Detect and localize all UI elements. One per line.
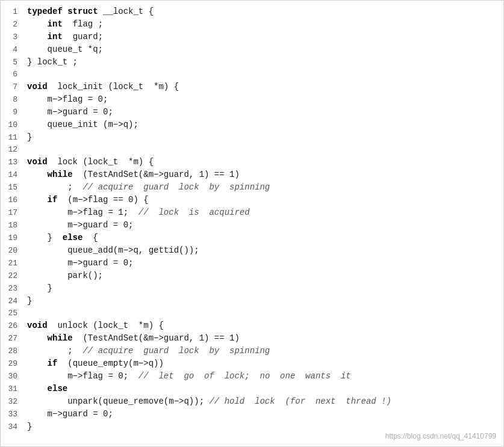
watermark: https://blog.csdn.net/qq_41410799 bbox=[385, 432, 496, 440]
line-content: if (m−>flag == 0) { bbox=[25, 194, 503, 206]
line-content: } bbox=[25, 295, 503, 307]
line-number: 34 bbox=[1, 421, 25, 433]
line-content: typedef struct __lock_t { bbox=[25, 5, 503, 17]
line-number: 3 bbox=[1, 31, 25, 43]
code-line: 18 m−>guard = 0; bbox=[1, 219, 503, 232]
line-content: unpark(queue_remove(m−>q)); // hold lock… bbox=[25, 395, 503, 407]
line-content: void lock_init (lock_t *m) { bbox=[25, 81, 503, 93]
code-line: 21 m−>guard = 0; bbox=[1, 257, 503, 270]
code-line: 13 void lock (lock_t *m) { bbox=[1, 156, 503, 168]
code-line: 17 m−>flag = 1; // lock is acquired bbox=[1, 206, 503, 219]
line-content: } else { bbox=[25, 232, 503, 244]
code-line: 33 m−>guard = 0; bbox=[1, 408, 503, 421]
line-number: 11 bbox=[1, 132, 25, 144]
line-number: 31 bbox=[1, 383, 25, 395]
line-number: 25 bbox=[1, 307, 25, 319]
line-content: while (TestAndSet(&m−>guard, 1) == 1) bbox=[25, 168, 503, 180]
line-number: 9 bbox=[1, 106, 25, 119]
code-line: 15 ; // acquire guard lock by spinning bbox=[1, 181, 503, 194]
code-line: 1 typedef struct __lock_t { bbox=[1, 5, 503, 18]
line-content: m−>guard = 0; bbox=[25, 219, 503, 231]
line-number: 29 bbox=[1, 358, 25, 370]
code-line: 10 queue_init (m−>q); bbox=[1, 119, 503, 131]
code-line: 26 void unlock (lock_t *m) { bbox=[1, 319, 503, 332]
line-number: 24 bbox=[1, 295, 25, 307]
line-content: else bbox=[25, 383, 503, 395]
line-number: 33 bbox=[1, 408, 25, 421]
line-number: 12 bbox=[1, 144, 25, 156]
line-content: } bbox=[25, 421, 503, 433]
code-line: 19 } else { bbox=[1, 232, 503, 244]
code-line: 2 int flag ; bbox=[1, 18, 503, 31]
code-line: 3 int guard; bbox=[1, 31, 503, 43]
code-line: 11 } bbox=[1, 131, 503, 144]
code-line: 34 } bbox=[1, 421, 503, 433]
line-number: 32 bbox=[1, 396, 25, 408]
code-line: 4 queue_t *q; bbox=[1, 43, 503, 56]
line-content: queue_init (m−>q); bbox=[25, 119, 503, 131]
line-content: void unlock (lock_t *m) { bbox=[25, 319, 503, 331]
code-line: 8 m−>flag = 0; bbox=[1, 93, 503, 106]
line-number: 15 bbox=[1, 182, 25, 194]
line-content: int flag ; bbox=[25, 18, 503, 30]
code-line: 5 } lock_t ; bbox=[1, 56, 503, 69]
line-content: m−>guard = 0; bbox=[25, 106, 503, 118]
line-number: 17 bbox=[1, 207, 25, 219]
line-content: m−>flag = 0; // let go of lock; no one w… bbox=[25, 370, 503, 382]
line-content: park(); bbox=[25, 270, 503, 282]
line-content: ; // acquire guard lock by spinning bbox=[25, 181, 503, 193]
line-content: m−>flag = 0; bbox=[25, 93, 503, 105]
code-line: 25 bbox=[1, 307, 503, 319]
code-line: 30 m−>flag = 0; // let go of lock; no on… bbox=[1, 370, 503, 383]
line-content: int guard; bbox=[25, 31, 503, 43]
code-line: 16 if (m−>flag == 0) { bbox=[1, 194, 503, 206]
line-content: } bbox=[25, 131, 503, 143]
line-number: 21 bbox=[1, 257, 25, 270]
line-content: while (TestAndSet(&m−>guard, 1) == 1) bbox=[25, 332, 503, 344]
line-number: 30 bbox=[1, 371, 25, 383]
line-content: queue_add(m−>q, gettid()); bbox=[25, 244, 503, 256]
code-line: 31 else bbox=[1, 383, 503, 395]
line-content: if (queue_empty(m−>q)) bbox=[25, 357, 503, 369]
line-content: m−>guard = 0; bbox=[25, 408, 503, 420]
line-number: 7 bbox=[1, 81, 25, 93]
line-number: 1 bbox=[1, 6, 25, 18]
line-number: 18 bbox=[1, 220, 25, 232]
line-number: 22 bbox=[1, 270, 25, 282]
code-line: 7 void lock_init (lock_t *m) { bbox=[1, 81, 503, 93]
code-line: 9 m−>guard = 0; bbox=[1, 106, 503, 119]
code-container: 1 typedef struct __lock_t { 2 int flag ;… bbox=[0, 0, 504, 447]
code-line: 20 queue_add(m−>q, gettid()); bbox=[1, 244, 503, 257]
code-line: 29 if (queue_empty(m−>q)) bbox=[1, 357, 503, 370]
code-line: 22 park(); bbox=[1, 270, 503, 282]
line-content: m−>flag = 1; // lock is acquired bbox=[25, 206, 503, 218]
line-number: 13 bbox=[1, 156, 25, 168]
line-number: 5 bbox=[1, 57, 25, 69]
code-line: 32 unpark(queue_remove(m−>q)); // hold l… bbox=[1, 395, 503, 408]
code-line: 27 while (TestAndSet(&m−>guard, 1) == 1) bbox=[1, 332, 503, 345]
line-number: 19 bbox=[1, 232, 25, 244]
line-number: 23 bbox=[1, 283, 25, 295]
code-line: 6 bbox=[1, 69, 503, 81]
line-content: ; // acquire guard lock by spinning bbox=[25, 345, 503, 357]
line-number: 6 bbox=[1, 69, 25, 81]
line-number: 8 bbox=[1, 94, 25, 106]
line-number: 27 bbox=[1, 333, 25, 345]
line-number: 2 bbox=[1, 19, 25, 31]
line-number: 26 bbox=[1, 320, 25, 332]
code-line: 12 bbox=[1, 144, 503, 156]
line-content: queue_t *q; bbox=[25, 43, 503, 55]
code-line: 23 } bbox=[1, 282, 503, 295]
line-number: 16 bbox=[1, 194, 25, 206]
line-content: } lock_t ; bbox=[25, 56, 503, 68]
line-content: void lock (lock_t *m) { bbox=[25, 156, 503, 168]
line-number: 10 bbox=[1, 119, 25, 131]
line-number: 14 bbox=[1, 169, 25, 181]
code-line: 24 } bbox=[1, 295, 503, 307]
line-number: 20 bbox=[1, 245, 25, 257]
code-line: 14 while (TestAndSet(&m−>guard, 1) == 1) bbox=[1, 168, 503, 181]
code-line: 28 ; // acquire guard lock by spinning bbox=[1, 345, 503, 357]
line-content: m−>guard = 0; bbox=[25, 257, 503, 269]
line-number: 28 bbox=[1, 345, 25, 357]
line-content: } bbox=[25, 282, 503, 294]
